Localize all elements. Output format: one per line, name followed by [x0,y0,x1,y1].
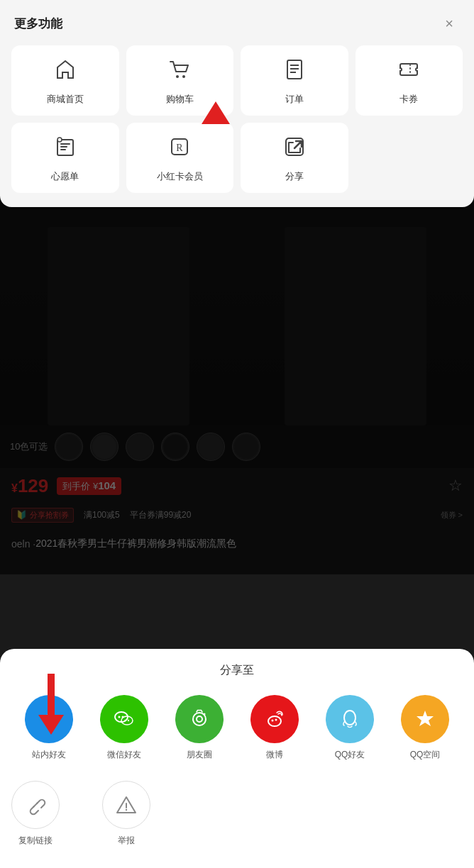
svg-point-1 [182,75,185,78]
func-label-coupons: 卡券 [399,93,418,106]
redbook-icon: R [168,135,191,163]
svg-point-20 [197,716,202,722]
svg-point-8 [57,138,62,142]
share-label-wechat: 微信好友 [107,749,141,761]
func-item-orders[interactable]: 订单 [241,45,348,116]
share-label-site-friend: 站内好友 [32,749,66,761]
home-icon [54,58,77,86]
func-item-home[interactable]: 商城首页 [11,45,119,116]
close-button[interactable]: × [439,13,460,34]
share-icon [283,135,306,163]
svg-point-17 [124,720,126,721]
share-label-report: 举报 [118,835,135,847]
share-label-moments: 朋友圈 [187,749,212,761]
func-label-orders: 订单 [285,93,304,106]
share-circle-weibo [250,695,299,743]
orders-icon [283,58,306,86]
share-item-copy-link[interactable]: 复制链接 [11,781,60,847]
red-arrow-down [38,674,64,735]
share-label-qq-space: QQ空间 [410,749,441,761]
share-item-qq-friend[interactable]: QQ好友 [326,695,374,761]
more-functions-title: 更多功能 [14,16,62,32]
coupons-icon [397,58,420,86]
share-icons-row2: 复制链接 举报 [0,781,474,847]
more-functions-panel: 更多功能 × 商城首页 购物车 [0,0,474,207]
func-label-redbook: 小红卡会员 [157,170,203,183]
func-item-share[interactable]: 分享 [241,123,348,193]
svg-point-0 [176,75,179,78]
svg-point-14 [118,716,121,718]
share-circle-moments [175,695,224,743]
share-item-report[interactable]: 举报 [102,781,150,847]
svg-marker-26 [417,711,434,726]
share-circle-wechat [100,695,148,743]
share-circle-copy-link [11,781,60,829]
svg-point-28 [126,809,127,811]
share-item-moments[interactable]: 朋友圈 [175,695,224,761]
cart-icon [168,58,191,86]
share-item-wechat[interactable]: 微信好友 [100,695,148,761]
svg-point-21 [204,713,206,716]
svg-text:R: R [177,143,184,153]
svg-point-24 [275,719,277,721]
svg-point-22 [268,716,281,726]
share-icons-row1: 站内好友 微信好友 [0,695,474,761]
share-item-qq-space[interactable]: QQ空间 [401,695,449,761]
func-label-share: 分享 [285,170,304,183]
svg-point-18 [128,720,129,721]
share-item-weibo[interactable]: 微博 [250,695,299,761]
share-label-copy-link: 复制链接 [18,835,53,847]
func-item-redbook[interactable]: R 小红卡会员 [126,123,234,193]
function-grid-row2: 心愿单 R 小红卡会员 分享 [0,116,474,193]
share-sheet-title: 分享至 [0,663,474,678]
func-label-home: 商城首页 [47,93,84,106]
share-circle-report [102,781,150,829]
share-sheet: 分享至 站内好友 [0,649,474,868]
svg-point-23 [272,720,274,722]
svg-point-25 [344,711,356,725]
func-label-cart: 购物车 [166,93,194,106]
wishlist-icon [54,135,77,163]
func-item-wishlist[interactable]: 心愿单 [11,123,119,193]
func-label-wishlist: 心愿单 [51,170,79,183]
share-circle-qq-space [401,695,449,743]
more-functions-header: 更多功能 × [0,0,474,45]
share-label-qq-friend: QQ好友 [335,749,365,761]
share-label-weibo: 微博 [266,749,283,761]
func-item-coupons[interactable]: 卡券 [356,45,463,116]
share-circle-qq-friend [326,695,374,743]
function-grid-row1: 商城首页 购物车 订单 [0,45,474,116]
